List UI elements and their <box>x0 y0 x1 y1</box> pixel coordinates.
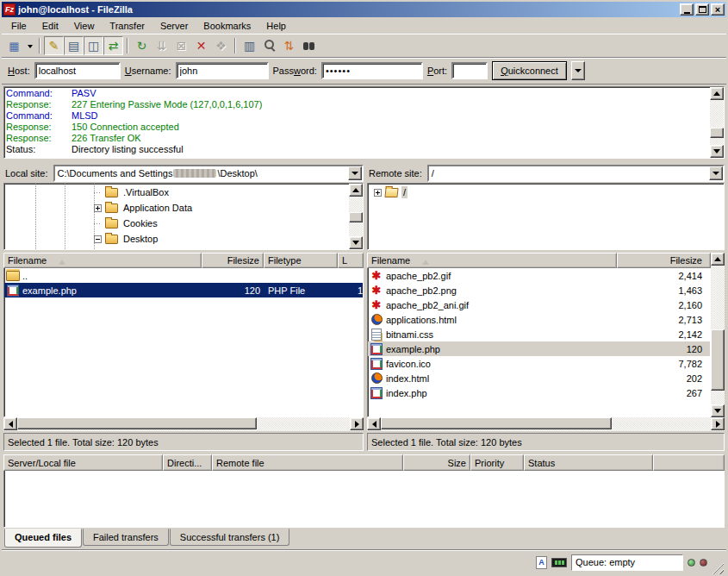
find-files-button[interactable] <box>299 36 319 55</box>
file-row[interactable]: .. <box>4 268 363 283</box>
password-input[interactable] <box>321 62 423 79</box>
scrollbar-thumb[interactable] <box>710 128 724 137</box>
close-button[interactable]: × <box>711 3 725 16</box>
scroll-left-button[interactable] <box>367 417 381 430</box>
port-input[interactable] <box>451 62 488 79</box>
arrow-up-icon <box>713 88 720 96</box>
file-row[interactable]: favicon.ico 7,782 <box>368 356 710 371</box>
scroll-up-button[interactable] <box>711 253 725 266</box>
toggle-message-log-button[interactable]: ✎ <box>44 36 64 55</box>
toolbar-separator[interactable] <box>39 38 40 53</box>
tree-item[interactable]: / <box>369 185 723 200</box>
tree-expander-icon[interactable] <box>94 204 102 212</box>
column-header-status[interactable]: Status <box>524 454 653 471</box>
column-header-filesize[interactable]: Filesize <box>202 253 264 268</box>
menu-item[interactable]: Edit <box>34 18 66 34</box>
tree-expander-icon[interactable] <box>374 189 382 197</box>
scrollbar-thumb[interactable] <box>17 417 257 429</box>
quickconnect-dropdown-button[interactable] <box>571 61 585 80</box>
title-bar[interactable]: Fz john@localhost - FileZilla × <box>2 2 726 17</box>
scroll-down-button[interactable] <box>349 236 363 249</box>
toolbar-separator[interactable] <box>234 38 236 53</box>
column-header-filetype[interactable]: Filetype <box>264 253 338 268</box>
file-row[interactable]: index.html 202 <box>368 371 710 385</box>
local-path-combobox[interactable]: C:\Documents and Settings\Desktop\ <box>53 165 364 182</box>
toggle-remote-tree-button[interactable]: ◫ <box>84 36 103 55</box>
disconnect-button[interactable]: ✕ <box>191 36 211 55</box>
reconnect-button[interactable]: ❖ <box>211 36 231 55</box>
scroll-down-button[interactable] <box>710 145 724 158</box>
remote-path-dropdown-button[interactable] <box>709 166 723 180</box>
column-header-remote-file[interactable]: Remote file <box>212 454 403 471</box>
local-path-dropdown-button[interactable] <box>348 166 362 180</box>
scrollbar-thumb[interactable] <box>349 212 363 222</box>
menu-item[interactable]: Help <box>258 18 294 34</box>
column-header-server-local-file[interactable]: Server/Local file <box>3 454 163 471</box>
tree-item[interactable]: Desktop <box>5 231 348 247</box>
file-row[interactable]: example.php 120 PHP File 1 <box>4 283 363 297</box>
file-row[interactable]: index.php 267 <box>368 385 710 400</box>
toggle-local-tree-button[interactable]: ▤ <box>64 36 84 55</box>
site-manager-button[interactable]: ▦ <box>4 36 24 55</box>
column-header-direction[interactable]: Directi... <box>163 454 212 471</box>
tree-item[interactable]: .VirtualBox <box>5 185 348 200</box>
file-row[interactable]: apache_pb2.png 1,463 <box>368 283 710 297</box>
file-row[interactable]: bitnami.css 2,142 <box>368 327 710 341</box>
column-header-filename[interactable]: Filename <box>3 253 202 268</box>
tab-successful-transfers[interactable]: Successful transfers (1) <box>170 529 290 546</box>
menu-item[interactable]: Transfer <box>102 18 152 34</box>
remote-horizontal-scrollbar[interactable] <box>367 417 725 431</box>
tree-expander-icon[interactable] <box>94 235 102 243</box>
tab-queued-files[interactable]: Queued files <box>4 529 82 548</box>
synchronized-browsing-button[interactable]: ⇅ <box>279 36 299 55</box>
tree-expander-icon[interactable] <box>94 192 102 193</box>
column-header-size[interactable]: Size <box>403 454 470 471</box>
quickconnect-button[interactable]: Quickconnect <box>492 61 567 80</box>
scroll-right-button[interactable] <box>711 417 725 430</box>
column-header-filename[interactable]: Filename <box>367 253 617 268</box>
column-header-priority[interactable]: Priority <box>470 454 524 471</box>
folder-icon <box>105 219 118 229</box>
tree-item[interactable]: Application Data <box>5 200 348 216</box>
column-header-last-modified[interactable]: L <box>338 253 364 268</box>
tab-failed-transfers[interactable]: Failed transfers <box>83 529 169 546</box>
toolbar-separator[interactable] <box>127 38 128 53</box>
host-input[interactable] <box>34 62 121 79</box>
scroll-up-button[interactable] <box>349 184 363 197</box>
file-row[interactable]: apache_pb2.gif 2,414 <box>368 268 710 283</box>
refresh-button[interactable]: ↻ <box>132 36 152 55</box>
scroll-right-button[interactable] <box>350 417 364 430</box>
cancel-operation-button[interactable]: ⊠ <box>171 36 191 55</box>
minimize-button[interactable] <box>680 3 694 16</box>
directory-comparison-button[interactable] <box>259 36 279 55</box>
scroll-down-button[interactable] <box>711 404 725 417</box>
resize-grip[interactable] <box>712 562 724 574</box>
scroll-up-button[interactable] <box>710 87 724 100</box>
scrollbar-thumb[interactable] <box>381 417 612 429</box>
data-type-indicator-icon[interactable] <box>536 556 547 569</box>
tb-dropdown[interactable] <box>24 36 35 55</box>
toggle-transfer-queue-button[interactable]: ⇄ <box>103 36 123 55</box>
local-horizontal-scrollbar[interactable] <box>3 417 364 431</box>
file-row[interactable]: applications.html 2,713 <box>368 312 710 327</box>
file-row[interactable]: apache_pb2_ani.gif 2,160 <box>368 297 710 312</box>
process-queue-button[interactable]: ⇊ <box>152 36 171 55</box>
remote-path-combobox[interactable]: / <box>427 165 725 182</box>
scroll-left-button[interactable] <box>3 417 17 430</box>
maximize-button[interactable] <box>695 3 709 16</box>
menu-item[interactable]: File <box>3 18 34 34</box>
log-scrollbar[interactable] <box>710 87 724 158</box>
remote-list-scrollbar[interactable] <box>711 253 725 417</box>
menu-item[interactable]: Server <box>152 18 196 34</box>
menu-item[interactable]: View <box>66 18 103 34</box>
menu-item[interactable]: Bookmarks <box>196 18 258 34</box>
scrollbar-thumb[interactable] <box>711 329 725 391</box>
tree-expander-icon[interactable] <box>94 223 102 224</box>
file-row[interactable]: example.php 120 <box>368 341 710 356</box>
speed-limit-icon[interactable] <box>551 558 567 567</box>
tree-item[interactable]: Cookies <box>5 216 348 231</box>
username-input[interactable] <box>176 62 269 79</box>
filter-button[interactable]: ▥ <box>240 36 259 55</box>
column-header-filesize[interactable]: Filesize <box>617 253 711 268</box>
local-tree-scrollbar[interactable] <box>349 184 363 249</box>
